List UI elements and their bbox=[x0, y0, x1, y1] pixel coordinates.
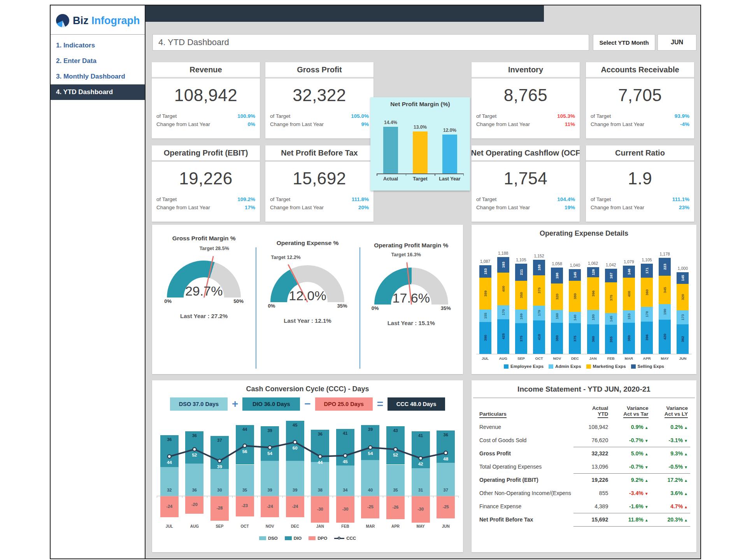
opex-segment-label: 375 bbox=[533, 275, 545, 306]
npm-axis-tick bbox=[435, 173, 435, 176]
opex-segment-marketing-exps: 360 bbox=[641, 278, 653, 307]
kpi-of-target-value: 100.9% bbox=[237, 113, 255, 119]
ccc-line-value-label: 52 bbox=[185, 453, 203, 457]
legend-label: Marketing Exps bbox=[593, 364, 626, 369]
legend-item-dso: DSO bbox=[259, 536, 278, 541]
legend-swatch bbox=[549, 364, 553, 369]
kpi-card-value: 1,754 bbox=[472, 162, 580, 195]
ccc-line-value-label: 52 bbox=[386, 453, 405, 457]
opex-segment-value: 171 bbox=[645, 268, 649, 274]
kpi-of-target-label: of Target bbox=[270, 113, 290, 119]
opex-segment-value: 420 bbox=[663, 334, 667, 340]
opex-legend: Employee ExpsAdmin ExpsMarketing ExpsSel… bbox=[472, 364, 696, 369]
sidebar-item-3-monthly-dashboard[interactable]: 3. Monthly Dashboard bbox=[51, 69, 145, 84]
ccc-operator: + bbox=[232, 399, 238, 410]
npm-axis-tick bbox=[406, 173, 407, 176]
ccc-month-label: APR bbox=[383, 524, 408, 528]
opex-segment-value: 145 bbox=[609, 316, 613, 322]
ccc-axis-tick bbox=[282, 496, 283, 498]
opex-segment-value: 145 bbox=[573, 272, 577, 278]
ccc-dpo-label: -30 bbox=[336, 507, 354, 511]
income-variance-cell: -1.6%▼ bbox=[610, 500, 651, 513]
income-variance-cell: -0.7%▼ bbox=[610, 434, 651, 447]
kpi-card-title: Net Profit Before Tax bbox=[265, 145, 374, 162]
gauge-divider bbox=[359, 247, 360, 369]
opex-month-label: AUG bbox=[494, 356, 512, 360]
gauge-operating-profit-margin: Operating Profit Margin %Target 16.3%17.… bbox=[359, 225, 463, 374]
opex-month-label: OCT bbox=[530, 356, 548, 360]
opex-segment-selling-exps: 153 bbox=[479, 265, 491, 278]
ccc-badge-row: DSO 37.0 Days+DIO 36.0 Days−DPO 25.0 Day… bbox=[152, 397, 463, 411]
ccc-dio-label: 39 bbox=[261, 428, 279, 433]
ccc-operator: = bbox=[377, 399, 383, 410]
opex-segment-label: 153 bbox=[479, 265, 491, 278]
opex-segment-admin-exps: 170 bbox=[497, 305, 509, 319]
ccc-dso-label: 34 bbox=[336, 488, 354, 492]
opex-axis bbox=[476, 354, 692, 354]
gauge-operating-expense: Operating Expense %Target 12.2%12.0%0%35… bbox=[256, 225, 359, 374]
income-actual-value: 19,226 bbox=[573, 473, 610, 486]
income-row-total-operating-expenses: Total Operating Expenses13,096-0.7%▼-0.5… bbox=[477, 460, 690, 473]
ccc-line-value-label: 56 bbox=[236, 449, 254, 454]
opex-segment-label: 153 bbox=[623, 310, 635, 323]
up-arrow-icon: ▲ bbox=[683, 492, 688, 496]
kpi-of-target-label: of Target bbox=[591, 113, 611, 119]
kpi-card-value: 108,942 bbox=[152, 79, 260, 112]
npm-bar-category-label: Actual bbox=[377, 176, 404, 182]
kpi-card-current-ratio: Current Ratio1.9of Target111.1%Change fr… bbox=[586, 145, 694, 222]
ccc-line-value-label: 54 bbox=[361, 451, 379, 456]
opex-segment-marketing-exps: 400 bbox=[497, 273, 509, 305]
brand-name: Biz Infograph bbox=[73, 15, 140, 27]
opex-segment-admin-exps: 173 bbox=[677, 310, 689, 324]
ccc-axis-tick bbox=[333, 496, 333, 498]
npm-bar-category-label: Last Year bbox=[436, 176, 463, 182]
opex-segment-label: 380 bbox=[551, 323, 563, 354]
ccc-month-label: SEP bbox=[207, 524, 232, 528]
sidebar-item-4-ytd-dashboard[interactable]: 4. YTD Dashboard bbox=[51, 84, 145, 100]
income-actual-value: 13,096 bbox=[573, 460, 610, 473]
kpi-change-value: 23% bbox=[679, 205, 689, 210]
opex-segment-label: 193 bbox=[497, 257, 509, 273]
sidebar-item-1-indicators[interactable]: 1. Indicators bbox=[51, 38, 145, 53]
ccc-axis-tick bbox=[207, 496, 207, 498]
opex-segment-value: 167 bbox=[609, 273, 613, 279]
income-variance-cell: -0.7%▼ bbox=[610, 460, 651, 473]
opex-segment-marketing-exps: 350 bbox=[515, 281, 527, 310]
opex-segment-label: 188 bbox=[533, 260, 545, 275]
income-statement-table: ParticularsActualYTDVarianceAct vs TarVa… bbox=[477, 404, 690, 527]
kpi-of-target-label: of Target bbox=[156, 196, 177, 202]
opex-segment-employee-exps: 380 bbox=[551, 323, 563, 354]
sidebar: Biz Infograph 1. Indicators2. Enter Data… bbox=[51, 5, 146, 558]
opex-segment-employee-exps: 420 bbox=[659, 320, 671, 354]
income-row-label: Revenue bbox=[477, 420, 573, 434]
opex-segment-value: 320 bbox=[680, 294, 685, 300]
opex-segment-value: 350 bbox=[519, 292, 523, 298]
ccc-axis-tick bbox=[232, 496, 233, 498]
opex-total-label: 1,058 bbox=[548, 261, 566, 266]
month-dropdown[interactable]: JUN bbox=[658, 34, 696, 51]
kpi-card-title: Gross Profit bbox=[265, 62, 374, 79]
opex-segment-marketing-exps: 375 bbox=[533, 275, 545, 306]
kpi-card-title: Operating Profit (EBIT) bbox=[152, 145, 260, 162]
ccc-axis-tick bbox=[408, 496, 409, 498]
gauges-panel: Gross Profit Margin %Target 28.5%29.7%0%… bbox=[152, 225, 463, 374]
ccc-line-value-label: 48 bbox=[437, 457, 455, 461]
ccc-line-value-label: 42 bbox=[412, 462, 430, 466]
income-row-net-profit-before-tax: Net Profit Before Tax15,69211.8%▲20.3%▲ bbox=[477, 513, 690, 526]
opex-segment-label: 173 bbox=[677, 310, 689, 324]
ccc-axis-tick bbox=[433, 496, 433, 498]
gauge-last-year: Last Year : 27.2% bbox=[180, 313, 228, 319]
kpi-of-target-value: 105.0% bbox=[351, 113, 369, 119]
opex-segment-marketing-exps: 396 bbox=[587, 277, 599, 310]
kpi-of-target-value: 111.1% bbox=[672, 196, 689, 202]
opex-total-label: 1,105 bbox=[512, 257, 530, 262]
legend-swatch bbox=[504, 364, 509, 369]
ccc-dio-label: 36 bbox=[437, 432, 455, 437]
opex-segment-label: 320 bbox=[677, 284, 689, 310]
income-variance-cell: 9.2%▲ bbox=[610, 473, 651, 486]
opex-segment-marketing-exps: 400 bbox=[623, 278, 635, 310]
ccc-dio-label: 41 bbox=[336, 431, 354, 436]
kpi-change-value: 11% bbox=[565, 121, 575, 127]
sidebar-item-2-enter-data[interactable]: 2. Enter Data bbox=[51, 53, 145, 69]
ccc-badge-dpo-25-0-days: DPO 25.0 Days bbox=[315, 397, 373, 411]
